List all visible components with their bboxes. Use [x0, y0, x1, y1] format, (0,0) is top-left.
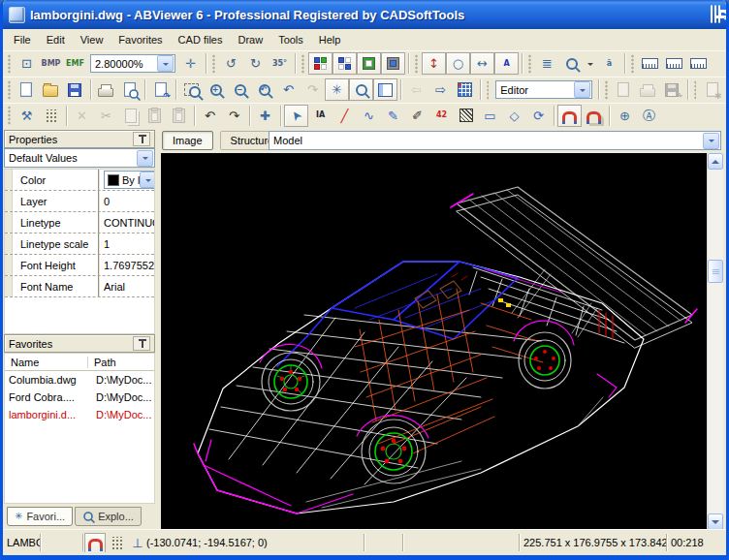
search-entities-button[interactable]	[349, 78, 373, 101]
save-copy-button[interactable]: ↷	[660, 78, 684, 101]
back-button[interactable]: ⇦	[404, 78, 428, 101]
menu-item-favorites[interactable]: Favorites	[111, 31, 170, 48]
panel-tab-explo[interactable]: Explo...	[75, 507, 142, 526]
undo-view-button[interactable]: ↶	[276, 78, 301, 101]
forward-button[interactable]: ⇨	[428, 78, 453, 101]
new-button[interactable]	[15, 78, 39, 101]
close-button[interactable]	[718, 5, 720, 23]
print-preview-button[interactable]	[117, 78, 142, 101]
toolbar-grip[interactable]	[605, 80, 608, 100]
center-view-button[interactable]: ⊕	[613, 105, 637, 127]
line-tool-button[interactable]: ╱	[333, 105, 357, 127]
cut-button[interactable]: ✂	[94, 105, 118, 127]
view-mode-background-button[interactable]	[381, 52, 405, 75]
rotate-angle-button[interactable]: 35°	[268, 52, 292, 75]
view-mode-mono-button[interactable]	[333, 52, 357, 75]
show-panel-button[interactable]	[373, 78, 397, 101]
menu-item-view[interactable]: View	[73, 31, 111, 48]
snap-grid-button[interactable]	[582, 105, 606, 127]
favorites-column-name[interactable]: Name	[5, 357, 88, 368]
rectangle-tool-button[interactable]: ▭	[478, 105, 502, 127]
print-button[interactable]	[93, 78, 117, 101]
property-value[interactable]: 1	[100, 238, 154, 250]
zoom-in-button[interactable]: +	[204, 78, 228, 101]
rotate-left-button[interactable]: ↺	[219, 52, 243, 75]
undo-button[interactable]: ↶	[198, 105, 222, 127]
toolbar-grip[interactable]	[212, 54, 215, 74]
favorites-column-path[interactable]: Path	[88, 357, 154, 368]
zoom-extents-button[interactable]: ✛	[178, 52, 203, 75]
chevron-down-icon[interactable]	[137, 150, 153, 167]
zoom-out-button[interactable]: −	[228, 78, 252, 101]
measure-polyline-button[interactable]	[662, 52, 686, 75]
polygon-tool-button[interactable]: ◇	[502, 105, 526, 127]
measure-length-button[interactable]	[638, 52, 662, 75]
delete-button[interactable]: ✕	[70, 105, 94, 127]
copy-area-button[interactable]: ⊡	[15, 52, 39, 75]
canvas-vertical-scrollbar[interactable]	[707, 153, 723, 530]
property-value[interactable]: 1.76975526	[100, 260, 154, 271]
menu-item-file[interactable]: File	[6, 31, 39, 48]
layout-combo[interactable]: Model	[269, 131, 721, 150]
menu-item-draw[interactable]: Draw	[230, 31, 270, 48]
property-value[interactable]: By l	[100, 171, 154, 189]
scroll-up-button[interactable]	[708, 153, 723, 170]
panel-tab-favori[interactable]: ✳Favori...	[7, 507, 73, 526]
toolbar-grip[interactable]	[487, 80, 490, 100]
zoom-level-combo[interactable]: 2.80000%	[90, 54, 175, 73]
property-value[interactable]: CONTINUO	[100, 217, 154, 229]
paste-special-button[interactable]	[167, 105, 191, 127]
status-ortho-button[interactable]: ⊥	[127, 533, 143, 552]
properties-pin-button[interactable]	[133, 132, 150, 146]
whole-drawing-button[interactable]: ✳	[325, 78, 349, 101]
toolbar-grip[interactable]	[528, 54, 531, 74]
rotate-right-button[interactable]: ↻	[243, 52, 268, 75]
text-mode-button[interactable]: A	[494, 52, 519, 75]
favorites-row[interactable]: Ford Cobra....D:\MyDoc...	[5, 389, 154, 406]
copy-as-emf-button[interactable]: EMF	[63, 52, 87, 75]
snap-entities-button[interactable]	[557, 105, 582, 127]
copy-as-bmp-button[interactable]: BMP	[39, 52, 63, 75]
export-button[interactable]: ✱	[700, 78, 724, 101]
select-tool-button[interactable]: ➤	[284, 105, 308, 127]
menu-item-cad-files[interactable]: CAD files	[171, 31, 231, 48]
thumbnails-button[interactable]	[453, 78, 477, 101]
favorites-pin-button[interactable]	[133, 336, 150, 351]
find-entity-button[interactable]	[559, 52, 584, 75]
tab-image[interactable]: Image	[162, 131, 213, 150]
status-grid-button[interactable]	[106, 533, 127, 552]
text-tool-button[interactable]: ΙA	[308, 105, 333, 127]
open-button[interactable]	[39, 78, 63, 101]
dimension-horizontal-button[interactable]: ↔	[470, 52, 494, 75]
save-button[interactable]	[63, 78, 87, 101]
toolbar-grip[interactable]	[8, 106, 11, 125]
find-entity-dropdown[interactable]	[584, 52, 597, 75]
chevron-down-icon[interactable]	[140, 171, 154, 188]
color-value-combo[interactable]: By l	[104, 171, 154, 189]
add-entity-button[interactable]: ✚	[253, 105, 277, 127]
title-bar[interactable]: lamborgini.dwg - ABViewer 6 - Profession…	[3, 0, 726, 29]
toolbar-grip[interactable]	[8, 80, 11, 100]
minimize-button[interactable]	[711, 5, 713, 23]
dimension-vertical-button[interactable]: ↕	[422, 52, 446, 75]
hatch-tool-button[interactable]	[454, 105, 478, 127]
scroll-down-button[interactable]	[708, 513, 723, 530]
scrollbar-thumb[interactable]	[708, 260, 723, 283]
polyline-tool-button[interactable]: ∿	[357, 105, 381, 127]
drawing-canvas[interactable]	[161, 153, 707, 530]
convert-button[interactable]: ↷	[148, 78, 173, 101]
arc-tool-button[interactable]: ⟳	[526, 105, 551, 127]
orbit-view-button[interactable]: Ⓐ	[637, 105, 661, 127]
measure-area-button[interactable]	[686, 52, 711, 75]
properties-preset-combo[interactable]: Default Values	[4, 148, 155, 168]
paste-button[interactable]	[143, 105, 167, 127]
layers-button[interactable]: ≣	[535, 52, 559, 75]
pencil-tool-button[interactable]: ✎	[381, 105, 405, 127]
toolbar-grip[interactable]	[694, 80, 697, 100]
toolbar-grip[interactable]	[415, 54, 418, 74]
property-value[interactable]: Arial	[100, 281, 154, 293]
toolbar-grip[interactable]	[631, 54, 634, 74]
property-value[interactable]: 0	[100, 196, 154, 207]
new-drawing-button[interactable]	[612, 78, 636, 101]
favorites-row[interactable]: lamborgini.d...D:\MyDoc...	[5, 406, 154, 423]
